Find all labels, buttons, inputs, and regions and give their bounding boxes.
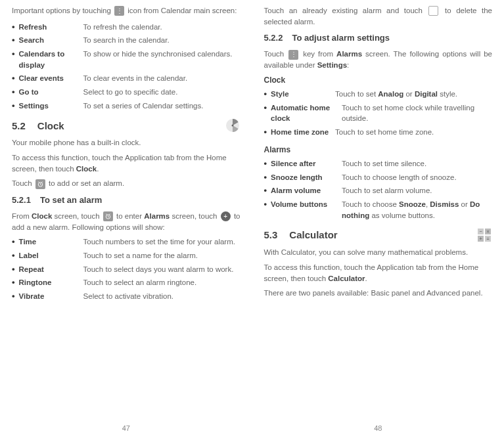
sub-num: 5.2.1 (12, 195, 31, 205)
menu-icon: ⋮ (288, 50, 298, 60)
set-alarm-desc: From Clock screen, touch to enter Alarms… (12, 211, 241, 232)
opt-desc: Touch to choose length of snooze. (342, 172, 492, 183)
list-item: SettingsTo set a series of Calendar sett… (12, 100, 241, 112)
opt-desc: To search in the calendar. (83, 35, 241, 46)
opt-label: Ringtone (19, 277, 83, 288)
calculator-icon: −×+= (476, 227, 492, 243)
plus-icon: + (221, 211, 231, 221)
clock-icon (225, 118, 241, 133)
opt-label: Silence after (271, 158, 342, 169)
alarm-clock-icon (35, 179, 45, 189)
menu-icon: ⋮ (114, 6, 124, 16)
opt-label: Snooze length (271, 172, 342, 183)
sub-num: 5.2.2 (264, 33, 283, 43)
opt-desc: Touch to set home clock while travelling… (342, 102, 492, 124)
clock-touch: Touch to add or set an alarm. (12, 178, 241, 189)
page-number: 47 (122, 424, 130, 434)
opt-label: Go to (19, 87, 83, 98)
sub-title: To set an alarm (40, 195, 102, 205)
clock-access: To access this function, touch the Appli… (12, 152, 241, 174)
calc-panels: There are two panels available: Basic pa… (264, 288, 493, 299)
opt-desc: To clear events in the calendar. (83, 73, 241, 84)
opt-label: Volume buttons (271, 199, 342, 210)
list-item: StyleTouch to set Analog or Digital styl… (264, 89, 493, 100)
opt-label: Home time zone (271, 127, 335, 138)
sec-num: 5.3 (264, 228, 278, 242)
opt-desc: Touch to set time silence. (342, 158, 492, 169)
list-item: SearchTo search in the calendar. (12, 35, 241, 46)
list-item: Automatic home clockTouch to set home cl… (264, 102, 493, 124)
sub-title: To adjust alarm settings (292, 33, 390, 43)
clock-settings: StyleTouch to set Analog or Digital styl… (264, 89, 493, 138)
intro-a: Important options by touching (12, 7, 111, 14)
opt-desc: Touch to choose Snooze, Dismiss or Do no… (342, 199, 492, 221)
group-clock: Clock (264, 75, 493, 86)
opt-desc: Touch to set alarm volume. (342, 185, 492, 196)
section-calculator: 5.3 Calculator −×+= (264, 227, 493, 243)
list-item: Silence afterTouch to set time silence. (264, 158, 493, 169)
opt-label: Calendars to display (19, 49, 83, 70)
sec-num: 5.2 (12, 119, 26, 133)
opt-desc: Touch to select days you want alarm to w… (83, 264, 241, 275)
sub-set-alarm: 5.2.1To set an alarm (12, 194, 241, 207)
intro-line: Important options by touching ⋮ icon fro… (12, 5, 241, 16)
trash-icon (428, 6, 438, 16)
opt-desc: To refresh the calendar. (83, 22, 241, 33)
svg-point-1 (231, 125, 233, 127)
alarm-options: TimeTouch numbers to set the time for yo… (12, 236, 241, 301)
list-item: Go toSelect to go to specific date. (12, 87, 241, 98)
list-item: Alarm volumeTouch to set alarm volume. (264, 185, 493, 196)
calc-desc: With Calculator, you can solve many math… (264, 247, 493, 258)
page-right: Touch an already existing alarm and touc… (252, 0, 505, 438)
svg-text:+: + (479, 236, 482, 241)
calendar-options: RefreshTo refresh the calendar. SearchTo… (12, 22, 241, 112)
svg-text:−: − (479, 229, 482, 234)
page-number: 48 (374, 424, 382, 434)
list-item: VibrateSelect to activate vibration. (12, 291, 241, 302)
opt-desc: Touch to set a name for the alarm. (83, 250, 241, 261)
list-item: Snooze lengthTouch to choose length of s… (264, 172, 493, 183)
list-item: RingtoneTouch to select an alarm rington… (12, 277, 241, 288)
opt-label: Style (271, 89, 335, 100)
sec-title: Calculator (289, 228, 337, 242)
svg-text:=: = (486, 236, 489, 241)
list-item: Calendars to displayTo show or hide the … (12, 49, 241, 70)
opt-desc: Select to activate vibration. (83, 291, 241, 302)
clock-desc: Your mobile phone has a built-in clock. (12, 137, 241, 148)
opt-desc: Touch to select an alarm ringtone. (83, 277, 241, 288)
opt-desc: To set a series of Calendar settings. (83, 100, 241, 112)
adjust-desc: Touch ⋮ key from Alarms screen. The foll… (264, 49, 493, 70)
list-item: Volume buttonsTouch to choose Snooze, Di… (264, 199, 493, 221)
delete-alarm: Touch an already existing alarm and touc… (264, 5, 493, 27)
opt-label: Refresh (19, 22, 83, 33)
opt-label: Alarm volume (271, 185, 342, 196)
list-item: RepeatTouch to select days you want alar… (12, 264, 241, 275)
opt-label: Search (19, 35, 83, 46)
sub-adjust-alarm: 5.2.2To adjust alarm settings (264, 32, 493, 45)
alarm-clock-icon (103, 211, 113, 221)
list-item: Clear eventsTo clear events in the calen… (12, 73, 241, 84)
opt-label: Time (19, 236, 83, 248)
list-item: RefreshTo refresh the calendar. (12, 22, 241, 33)
list-item: LabelTouch to set a name for the alarm. (12, 250, 241, 261)
calc-access: To access this function, touch the Appli… (264, 262, 493, 284)
list-item: Home time zoneTouch to set home time zon… (264, 127, 493, 138)
alarm-settings: Silence afterTouch to set time silence. … (264, 158, 493, 221)
opt-label: Repeat (19, 264, 83, 275)
page-left: Important options by touching ⋮ icon fro… (0, 0, 252, 438)
intro-b: icon from Calendar main screen: (127, 7, 237, 14)
opt-label: Label (19, 250, 83, 261)
opt-label: Automatic home clock (271, 102, 342, 124)
opt-desc: Touch to set home time zone. (335, 127, 492, 138)
sec-title: Clock (37, 119, 64, 133)
list-item: TimeTouch numbers to set the time for yo… (12, 236, 241, 248)
svg-text:×: × (486, 229, 489, 234)
opt-desc: Select to go to specific date. (83, 87, 241, 98)
section-clock: 5.2 Clock (12, 118, 241, 133)
opt-desc: Touch to set Analog or Digital style. (335, 89, 492, 100)
opt-desc: To show or hide the synchronised calenda… (83, 49, 241, 60)
opt-label: Clear events (19, 73, 83, 84)
opt-label: Settings (19, 100, 83, 112)
group-alarms: Alarms (264, 144, 493, 156)
opt-label: Vibrate (19, 291, 83, 302)
